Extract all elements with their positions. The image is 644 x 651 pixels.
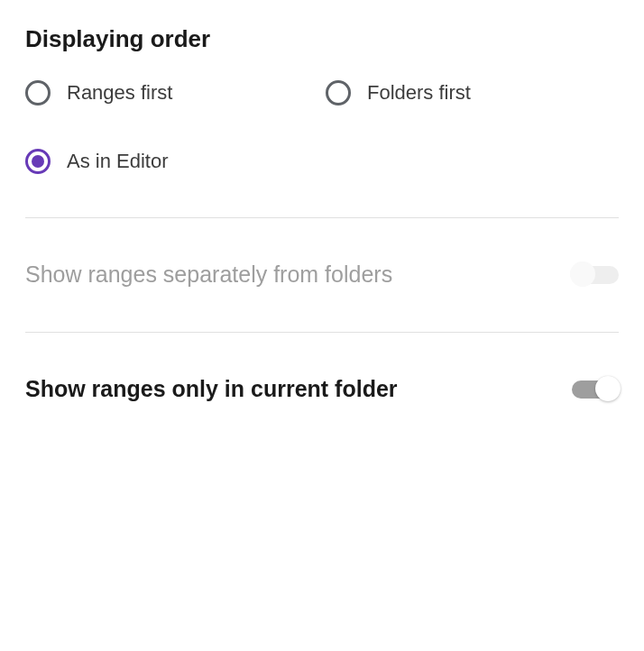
- radio-icon: [25, 80, 51, 105]
- radio-dot-icon: [32, 155, 44, 168]
- row-show-ranges-separately: Show ranges separately from folders: [25, 218, 619, 332]
- row-show-ranges-current-folder: Show ranges only in current folder: [25, 333, 619, 446]
- displaying-order-radio-group: Ranges first Folders first As in Editor: [25, 80, 619, 174]
- radio-label: Ranges first: [67, 81, 172, 105]
- toggle-thumb-icon: [570, 261, 595, 287]
- section-title-displaying-order: Displaying order: [25, 25, 619, 53]
- radio-ranges-first[interactable]: Ranges first: [25, 80, 318, 105]
- toggle-show-ranges-current-folder[interactable]: [572, 381, 619, 399]
- toggle-label-show-separately: Show ranges separately from folders: [25, 260, 392, 290]
- toggle-thumb-icon: [595, 376, 621, 401]
- radio-as-in-editor[interactable]: As in Editor: [25, 149, 318, 174]
- radio-label: Folders first: [367, 81, 471, 105]
- radio-folders-first[interactable]: Folders first: [326, 80, 619, 105]
- radio-icon-selected: [25, 149, 51, 174]
- toggle-show-ranges-separately: [572, 266, 619, 284]
- radio-label: As in Editor: [67, 150, 169, 173]
- radio-icon: [326, 80, 351, 105]
- toggle-label-show-current-only: Show ranges only in current folder: [25, 374, 398, 405]
